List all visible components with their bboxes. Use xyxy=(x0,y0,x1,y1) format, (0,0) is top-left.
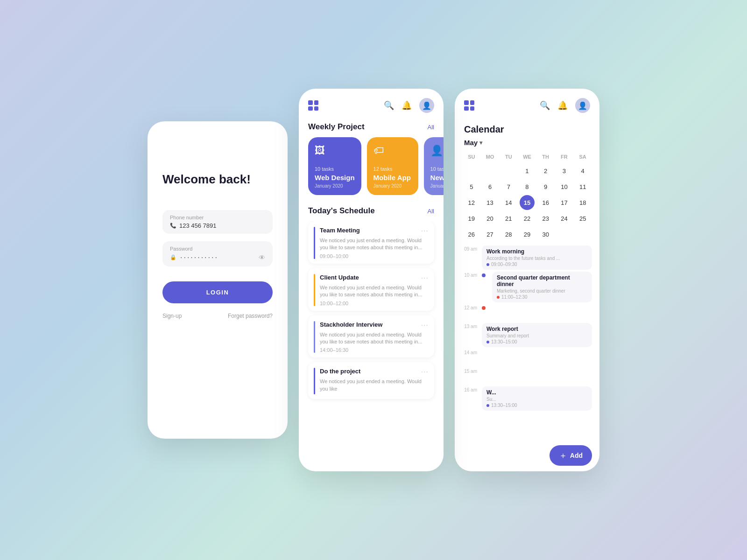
web-tasks: 10 tasks xyxy=(315,166,355,172)
schedule-name-client: Client Update xyxy=(320,274,359,281)
projects-title: Weekly Project xyxy=(308,122,365,132)
projects-all-link[interactable]: All xyxy=(428,124,434,131)
cal-date-21[interactable]: 21 xyxy=(501,211,516,226)
cal-date-19[interactable]: 19 xyxy=(464,211,479,226)
cal-date-15[interactable]: 15 xyxy=(520,195,535,210)
password-input-group[interactable]: Password 🔒 ··········· 👁 xyxy=(162,241,273,266)
avatar[interactable]: 👤 xyxy=(419,98,434,113)
calendar-header: Calendar May ▾ xyxy=(455,119,599,152)
cal-date-16[interactable]: 16 xyxy=(538,195,553,210)
event-dot-blue-w xyxy=(486,404,489,407)
cal-date-30[interactable]: 30 xyxy=(538,227,553,242)
add-button[interactable]: ＋ Add xyxy=(550,445,592,466)
project-card-new[interactable]: 👤 10 tasks New co January 2020 xyxy=(424,137,444,195)
schedule-name: Team Meeting xyxy=(320,227,360,234)
top-nav: 🔍 🔔 👤 xyxy=(299,89,444,119)
schedule-top-project: Do the project ··· xyxy=(320,368,429,376)
calendar-avatar[interactable]: 👤 xyxy=(575,98,590,113)
event-work-morning-title: Work morning xyxy=(486,248,587,255)
timeline-row-9: 09 am Work morning According to the futu… xyxy=(462,245,592,272)
schedule-item-team[interactable]: Team Meeting ··· We noticed you just end… xyxy=(308,221,434,264)
schedule-time-stakeholder: 14:00–16:30 xyxy=(320,347,429,353)
timeline-row-13: 13 am Work report Summary and report 13:… xyxy=(462,323,592,349)
time-13am: 13 am xyxy=(462,323,477,329)
cal-date-9[interactable]: 9 xyxy=(538,179,553,194)
phone-label: Phone number xyxy=(170,215,265,220)
calendar-grid: SU MO TU WE TH FR SA 1234567891011121314… xyxy=(455,152,599,242)
calendar-nav-icons: 🔍 🔔 👤 xyxy=(540,98,590,113)
cal-date-20[interactable]: 20 xyxy=(483,211,498,226)
signup-link[interactable]: Sign-up xyxy=(162,313,182,319)
schedule-item-stakeholder[interactable]: Stackholder Interview ··· We noticed you… xyxy=(308,315,434,358)
cal-date-25[interactable]: 25 xyxy=(575,211,590,226)
calendar-search-icon[interactable]: 🔍 xyxy=(540,100,550,111)
mobile-tasks: 12 tasks xyxy=(374,166,412,172)
event-work-report-desc: Summary and report xyxy=(486,333,587,338)
schedule-time: 09:00–10:00 xyxy=(320,253,429,259)
event-work-report[interactable]: Work report Summary and report 13:30–15:… xyxy=(482,323,592,347)
day-th: TH xyxy=(536,152,555,161)
nav-icons: 🔍 🔔 👤 xyxy=(384,98,434,113)
calendar-grid-icon[interactable] xyxy=(464,100,474,111)
timeline-row-10: 10 am Second quarter department dinner M… xyxy=(462,272,592,304)
phone-input-group[interactable]: Phone number 📞 123 456 7891 xyxy=(162,210,273,234)
phone-value: 📞 123 456 7891 xyxy=(170,222,265,229)
timeline: 09 am Work morning According to the futu… xyxy=(455,242,599,441)
password-label: Password xyxy=(170,246,265,252)
cal-date-2[interactable]: 2 xyxy=(538,163,553,178)
bell-icon[interactable]: 🔔 xyxy=(402,100,412,111)
cal-date-12[interactable]: 12 xyxy=(464,195,479,210)
cal-date-8[interactable]: 8 xyxy=(520,179,535,194)
cal-date-7[interactable]: 7 xyxy=(501,179,516,194)
schedule-all-link[interactable]: All xyxy=(428,208,434,215)
day-tu: TU xyxy=(499,152,518,161)
project-card-web[interactable]: 🖼 10 tasks Web Design January 2020 xyxy=(308,137,361,195)
cal-date-1[interactable]: 1 xyxy=(520,163,535,178)
calendar-top-nav: 🔍 🔔 👤 xyxy=(455,89,599,119)
cal-date-22[interactable]: 22 xyxy=(520,211,535,226)
month-selector[interactable]: May ▾ xyxy=(464,139,590,147)
event-quarter-dinner-title: Second quarter department dinner xyxy=(497,274,587,287)
schedule-content-client: Client Update ··· We noticed you just en… xyxy=(320,274,429,306)
eye-icon[interactable]: 👁 xyxy=(259,254,265,261)
schedule-name-project: Do the project xyxy=(320,368,360,375)
login-button[interactable]: LOGIN xyxy=(162,281,273,303)
event-w[interactable]: W... Su... 13:30–15:00 xyxy=(482,386,592,411)
more-options-icon-client[interactable]: ··· xyxy=(421,274,429,282)
cal-date-27[interactable]: 27 xyxy=(483,227,498,242)
event-quarter-dinner[interactable]: Second quarter department dinner Marketi… xyxy=(492,272,592,302)
cal-date-11[interactable]: 11 xyxy=(575,179,590,194)
grid-icon[interactable] xyxy=(308,100,318,111)
cal-date-29[interactable]: 29 xyxy=(520,227,535,242)
more-options-icon-project[interactable]: ··· xyxy=(421,368,429,376)
more-options-icon[interactable]: ··· xyxy=(421,227,429,235)
cal-date-18[interactable]: 18 xyxy=(575,195,590,210)
cal-date-3[interactable]: 3 xyxy=(557,163,571,178)
schedule-item-client[interactable]: Client Update ··· We noticed you just en… xyxy=(308,268,434,311)
calendar-bell-icon[interactable]: 🔔 xyxy=(557,100,568,111)
cal-date-23[interactable]: 23 xyxy=(538,211,553,226)
schedule-item-project[interactable]: Do the project ··· We noticed you just e… xyxy=(308,362,434,399)
cal-date-6[interactable]: 6 xyxy=(483,179,498,194)
cal-date-14[interactable]: 14 xyxy=(501,195,516,210)
cal-date-28[interactable]: 28 xyxy=(501,227,516,242)
new-date: January 2020 xyxy=(430,183,444,189)
day-mo: MO xyxy=(481,152,500,161)
schedule-top: Team Meeting ··· xyxy=(320,227,429,235)
cal-date-24[interactable]: 24 xyxy=(557,211,571,226)
cal-date-10[interactable]: 10 xyxy=(557,179,571,194)
day-su: SU xyxy=(462,152,481,161)
cal-date-13[interactable]: 13 xyxy=(483,195,498,210)
cal-date-17[interactable]: 17 xyxy=(557,195,571,210)
calendar-title: Calendar xyxy=(464,124,590,135)
schedule-time-client: 10:00–12:00 xyxy=(320,301,429,306)
search-icon[interactable]: 🔍 xyxy=(384,100,394,111)
more-options-icon-stakeholder[interactable]: ··· xyxy=(421,321,429,329)
cal-date-26[interactable]: 26 xyxy=(464,227,479,242)
cal-date-4[interactable]: 4 xyxy=(575,163,590,178)
cal-date-5[interactable]: 5 xyxy=(464,179,479,194)
forget-password-link[interactable]: Forget password? xyxy=(228,313,273,319)
schedule-desc: We noticed you just ended a meeting. Wou… xyxy=(320,237,429,252)
project-card-mobile[interactable]: 🏷 12 tasks Mobile App January 2020 xyxy=(367,137,418,195)
event-work-morning[interactable]: Work morning According to the future tas… xyxy=(482,245,592,270)
